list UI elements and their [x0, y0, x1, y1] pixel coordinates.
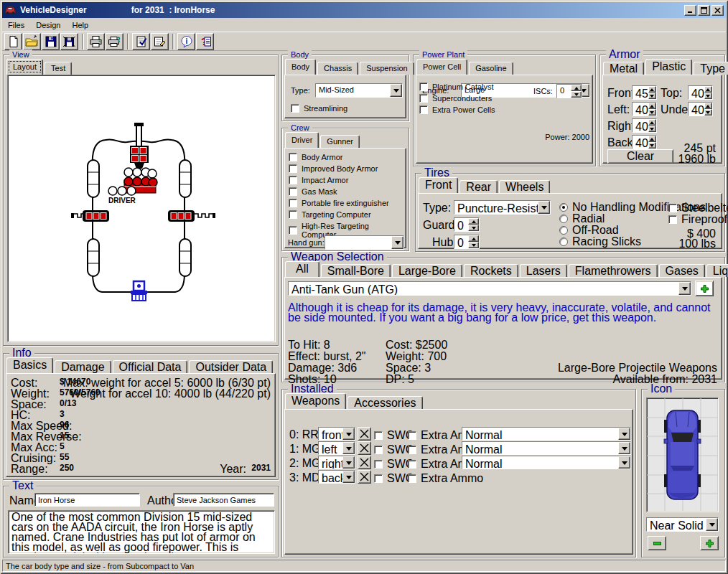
icon-zoom-in-button[interactable]: [700, 536, 719, 550]
tab-armor-type[interactable]: Type: [694, 62, 728, 75]
hub-spinner[interactable]: 0: [454, 235, 480, 249]
tab-gasoline[interactable]: Gasoline: [469, 62, 513, 75]
extra-ammo-checkbox-3[interactable]: Extra Ammo: [408, 472, 483, 485]
rear-weapon-icon[interactable]: [131, 281, 147, 301]
facing-select-2[interactable]: right: [318, 456, 355, 469]
armor-right-spinner[interactable]: 40: [632, 118, 657, 133]
spin-down-button[interactable]: [704, 93, 712, 99]
armor-top-spinner[interactable]: 40: [688, 85, 713, 100]
new-file-icon[interactable]: [4, 33, 22, 50]
spin-down-button[interactable]: [468, 242, 479, 248]
tab-rockets[interactable]: Rockets: [464, 264, 518, 277]
dropdown-button[interactable]: [391, 236, 403, 249]
tab-layout[interactable]: Layout: [6, 59, 43, 75]
tab-front-tires[interactable]: Front: [419, 177, 458, 193]
tab-suspension[interactable]: Suspension: [360, 62, 414, 75]
save-all-icon[interactable]: [60, 33, 78, 50]
tab-large-bore[interactable]: Large-Bore: [392, 264, 462, 277]
tab-basics[interactable]: Basics: [6, 357, 53, 373]
open-folder-icon[interactable]: [23, 33, 41, 50]
dropdown-button[interactable]: [618, 456, 630, 469]
icon-zoom-out-button[interactable]: [648, 536, 666, 550]
tab-test[interactable]: Test: [45, 62, 72, 75]
tab-wheels[interactable]: Wheels: [499, 180, 550, 193]
spin-up-button[interactable]: [571, 85, 582, 91]
tab-lasers[interactable]: Lasers: [520, 264, 567, 277]
front-weapon-icon[interactable]: [130, 123, 149, 169]
iscs-spinner[interactable]: 0: [556, 84, 582, 98]
tab-driver[interactable]: Driver: [285, 132, 319, 148]
spin-down-button[interactable]: [468, 225, 479, 231]
right-weapon-icon[interactable]: [168, 210, 215, 222]
spin-up-button[interactable]: [648, 86, 656, 93]
maximize-button[interactable]: [698, 5, 710, 16]
author-input[interactable]: [173, 493, 274, 507]
guard-spinner[interactable]: 0: [454, 217, 480, 232]
tab-metal[interactable]: Metal: [603, 62, 644, 75]
improved-body-armor-checkbox[interactable]: Improved Body Armor: [289, 164, 378, 173]
tab-chassis[interactable]: Chassis: [317, 62, 358, 75]
spin-down-button[interactable]: [648, 142, 656, 149]
tab-rear-tires[interactable]: Rear: [459, 180, 498, 193]
tab-plastic[interactable]: Plastic: [645, 59, 692, 75]
body-armor-checkbox[interactable]: Body Armor: [289, 153, 342, 161]
tab-outsider-data[interactable]: Outsider Data: [189, 360, 273, 373]
left-weapon-icon[interactable]: [71, 210, 109, 222]
tab-all-weapons[interactable]: All: [285, 261, 319, 277]
superconducters-checkbox[interactable]: Superconducters: [419, 94, 492, 103]
close-button[interactable]: [711, 5, 724, 16]
fire-extinguisher-checkbox[interactable]: Portable fire extinguisher: [289, 199, 389, 207]
tab-liquids[interactable]: Liquids: [706, 264, 728, 277]
name-input[interactable]: [34, 493, 140, 507]
facing-select-0[interactable]: front: [318, 427, 355, 441]
weapon-select[interactable]: Anti-Tank Gun (ATG): [288, 281, 691, 296]
armor-back-spinner[interactable]: 40: [632, 135, 657, 149]
platinum-catalyst-checkbox[interactable]: Platinum Catalyst: [419, 83, 494, 91]
tab-official-data[interactable]: Official Data: [113, 360, 188, 373]
spin-down-button[interactable]: [648, 93, 656, 99]
tab-small-bore[interactable]: Small-Bore: [321, 264, 391, 277]
print-icon[interactable]: [87, 33, 105, 50]
handgun-select[interactable]: [325, 235, 404, 250]
remove-weapon-button-1[interactable]: [358, 441, 371, 455]
menu-files[interactable]: Files: [2, 19, 30, 31]
facing-select-3[interactable]: back: [318, 470, 355, 484]
armor-under-spinner[interactable]: 40: [688, 102, 713, 116]
ammo-type-select-0[interactable]: Normal: [462, 427, 631, 441]
facing-select-1[interactable]: left: [318, 441, 355, 455]
dropdown-button[interactable]: [390, 84, 402, 97]
menu-design[interactable]: Design: [30, 19, 66, 31]
save-icon[interactable]: [42, 33, 60, 50]
spin-up-button[interactable]: [704, 86, 712, 93]
dropdown-button[interactable]: [342, 456, 355, 469]
dropdown-button[interactable]: [618, 442, 630, 454]
streamlining-checkbox[interactable]: Streamlining: [291, 104, 347, 113]
tab-body[interactable]: Body: [285, 59, 316, 75]
properties-icon[interactable]: [151, 33, 169, 50]
dropdown-button[interactable]: [618, 428, 630, 440]
validate-icon[interactable]: [132, 33, 150, 50]
impact-armor-checkbox[interactable]: Impact Armor: [289, 176, 348, 184]
tab-installed-weapons[interactable]: Weapons: [285, 393, 346, 409]
print-setup-icon[interactable]: [106, 33, 123, 50]
tab-damage[interactable]: Damage: [55, 360, 111, 373]
tab-gunner[interactable]: Gunner: [320, 135, 360, 148]
dropdown-button[interactable]: [678, 282, 691, 295]
tab-accessories[interactable]: Accessories: [347, 396, 422, 409]
spin-down-button[interactable]: [571, 91, 582, 98]
vehicle-description-input[interactable]: One of the most common Division 15 mid-s…: [8, 510, 275, 554]
tire-type-select[interactable]: Puncture-Resistant: [454, 200, 551, 215]
spin-down-button[interactable]: [648, 126, 656, 132]
tab-gases[interactable]: Gases: [659, 264, 705, 277]
dropdown-button[interactable]: [342, 471, 355, 483]
dropdown-button[interactable]: [706, 518, 718, 531]
tab-flamethrowers[interactable]: Flamethrowers: [569, 264, 658, 277]
ammo-type-select-1[interactable]: Normal: [462, 441, 631, 455]
spin-up-button[interactable]: [468, 235, 479, 242]
tab-power-cell[interactable]: Power Cell: [416, 59, 467, 75]
dropdown-button[interactable]: [342, 442, 355, 454]
armor-left-spinner[interactable]: 40: [632, 102, 657, 116]
dropdown-button[interactable]: [538, 201, 550, 214]
armor-front-spinner[interactable]: 45: [632, 85, 657, 100]
about-icon[interactable]: i: [177, 33, 195, 50]
